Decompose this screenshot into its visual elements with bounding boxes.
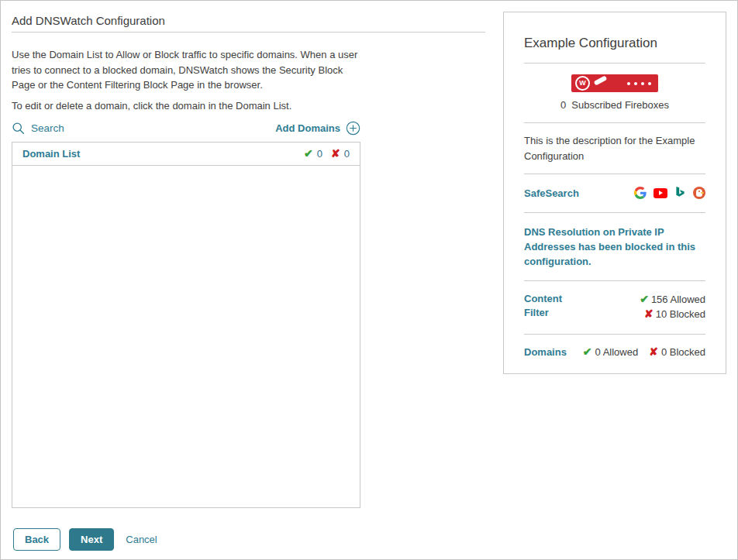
domains-values: ✔ 0 Allowed ✘ 0 Blocked <box>583 345 705 358</box>
intro-paragraph-2: To edit or delete a domain, click the do… <box>12 98 362 114</box>
card-divider <box>524 280 705 281</box>
plus-circle-icon <box>346 121 360 136</box>
youtube-icon <box>654 188 667 198</box>
next-button[interactable]: Next <box>69 528 114 551</box>
card-divider <box>524 63 705 64</box>
google-icon <box>634 187 647 199</box>
domain-list-toolbar: Search Add Domains <box>12 119 360 137</box>
intro-paragraph-1: Use the Domain List to Allow or Block tr… <box>12 47 362 93</box>
blocked-cross-icon: ✘ <box>331 147 340 160</box>
allowed-check-icon: ✔ <box>583 345 592 358</box>
allowed-count: 0 <box>317 148 322 160</box>
subscribed-fireboxes: 0Subscribed Fireboxes <box>524 99 705 111</box>
watchguard-logo-icon: W <box>575 76 590 91</box>
content-filter-row: Content Filter ✔156 Allowed ✘10 Blocked <box>524 292 705 321</box>
bing-icon <box>674 187 686 199</box>
dns-resolution-note: DNS Resolution on Private IP Addresses h… <box>524 225 705 269</box>
domains-row: Domains ✔ 0 Allowed ✘ 0 Blocked <box>524 345 705 358</box>
domain-list-panel: Domain List ✔ 0 ✘ 0 <box>12 142 360 508</box>
card-divider <box>524 334 705 335</box>
domain-list-body <box>12 166 360 505</box>
wizard-footer: Back Next Cancel <box>13 528 157 551</box>
domain-list-header: Domain List ✔ 0 ✘ 0 <box>12 143 360 166</box>
safesearch-icons <box>634 187 705 199</box>
domain-list-title: Domain List <box>22 148 80 160</box>
example-configuration-card: Example Configuration W 0Subscribed Fire… <box>503 12 726 374</box>
subscribed-count: 0 <box>560 99 566 111</box>
configuration-description: This is the description for the Example … <box>524 133 705 163</box>
content-allowed: 156 Allowed <box>651 294 705 305</box>
back-button[interactable]: Back <box>13 528 60 551</box>
safesearch-row: SafeSearch <box>524 187 705 199</box>
title-divider <box>12 32 485 33</box>
cancel-link[interactable]: Cancel <box>126 534 157 545</box>
card-divider <box>524 173 705 174</box>
firebox-icon-wrap: W <box>524 74 705 92</box>
content-filter-label: Content Filter <box>524 292 578 321</box>
domains-allowed: 0 Allowed <box>595 346 639 358</box>
firebox-swoosh-icon <box>594 75 608 85</box>
firebox-appliance-icon: W <box>571 74 658 92</box>
domains-blocked: 0 Blocked <box>661 346 705 358</box>
allowed-check-icon: ✔ <box>304 147 313 160</box>
allowed-check-icon: ✔ <box>640 293 649 305</box>
content-blocked: 10 Blocked <box>656 308 705 320</box>
add-domains-button[interactable]: Add Domains <box>275 121 360 136</box>
card-divider <box>524 212 705 213</box>
blocked-cross-icon: ✘ <box>649 345 658 358</box>
page-title: Add DNSWatch Configuration <box>12 14 165 27</box>
search-placeholder: Search <box>31 122 64 134</box>
safesearch-label: SafeSearch <box>524 187 579 199</box>
search-input[interactable]: Search <box>12 122 64 135</box>
card-title: Example Configuration <box>524 36 705 51</box>
blocked-count: 0 <box>344 148 350 160</box>
search-icon <box>12 122 25 135</box>
content-filter-values: ✔156 Allowed ✘10 Blocked <box>640 292 705 321</box>
duckduckgo-icon <box>693 187 705 199</box>
domains-label: Domains <box>524 346 567 358</box>
blocked-cross-icon: ✘ <box>644 307 654 320</box>
add-domains-label: Add Domains <box>275 122 340 134</box>
domain-list-counts: ✔ 0 ✘ 0 <box>304 147 350 160</box>
card-divider <box>524 122 705 123</box>
subscribed-label: Subscribed Fireboxes <box>571 99 669 111</box>
firebox-dots-icon <box>627 82 651 85</box>
